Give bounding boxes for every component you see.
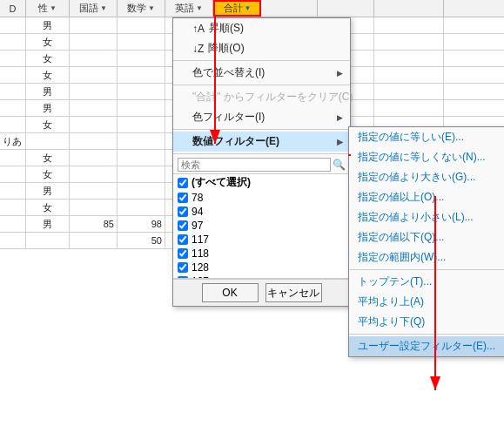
cell-D1 (0, 17, 26, 33)
number-filter-label: 数値フィルター(E) (192, 134, 279, 149)
submenu-item-less[interactable]: 指定の値より小さい(L)... (349, 207, 504, 227)
check-item-128[interactable]: 128 (173, 261, 350, 274)
search-input[interactable] (178, 158, 331, 172)
check-all-label: (すべて選択) (192, 175, 251, 190)
clear-filter-label: "合計" からフィルターをクリア(C) (192, 90, 353, 105)
check-item-117[interactable]: 117 (173, 233, 350, 247)
col-header-G: 数学 ▼ (118, 0, 165, 17)
check-item-118[interactable]: 118 (173, 247, 350, 261)
cell-extra6 (374, 100, 444, 116)
cell-E4: 女 (26, 67, 70, 83)
cell-G4 (118, 67, 165, 83)
cell-G7 (118, 117, 165, 132)
submenu-item-gte[interactable]: 指定の値以上(O)... (349, 187, 504, 207)
check-97-label: 97 (192, 220, 203, 232)
cell-D7 (0, 117, 26, 132)
filter-arrow-E[interactable]: ▼ (50, 4, 57, 12)
submenu-item-lte[interactable]: 指定の値以下(Q)... (349, 227, 504, 247)
col-header-extra (374, 0, 444, 17)
check-item-97[interactable]: 97 (173, 219, 350, 233)
col-header-I: 合計 ▼ (213, 0, 261, 17)
cell-F1 (70, 17, 118, 33)
cell-G13: 98 (118, 216, 165, 232)
sort-desc-icon: ↓Z (192, 43, 204, 55)
check-94-checkbox[interactable] (178, 206, 188, 217)
cell-E8 (26, 133, 70, 149)
col-header-E: 性 ▼ (26, 0, 70, 17)
cell-F14 (70, 233, 118, 248)
check-78-checkbox[interactable] (178, 193, 188, 203)
cell-E1: 男 (26, 17, 70, 33)
cell-extra3 (374, 51, 444, 66)
cell-D12 (0, 200, 26, 215)
color-filter-item[interactable]: 色フィルター(I) (173, 107, 350, 127)
filter-arrow-H[interactable]: ▼ (196, 4, 203, 12)
check-118-label: 118 (192, 247, 209, 260)
cancel-button[interactable]: キャンセル (265, 283, 322, 302)
cell-F10 (70, 166, 118, 182)
check-item-78[interactable]: 78 (173, 191, 350, 205)
submenu-item-below-avg[interactable]: 平均より下(Q) (349, 312, 504, 332)
check-118-checkbox[interactable] (178, 248, 188, 259)
cell-E14 (26, 233, 70, 248)
filter-dropdown: ↑A 昇順(S) ↓Z 降順(O) 色で並べ替え(I) "合計" からフィルター… (172, 17, 351, 307)
cell-D10 (0, 166, 26, 182)
checklist: (すべて選択) 78 94 97 117 118 (173, 174, 350, 279)
cell-F9 (70, 150, 118, 166)
cell-F13: 85 (70, 216, 118, 232)
sort-asc-item[interactable]: ↑A 昇順(S) (173, 18, 350, 38)
submenu-item-top10[interactable]: トップテン(T)... (349, 272, 504, 292)
cell-G1 (118, 17, 165, 33)
submenu-separator-1 (349, 269, 504, 270)
cell-E9: 女 (26, 150, 70, 166)
check-128-checkbox[interactable] (178, 262, 188, 273)
cell-F6 (70, 100, 118, 116)
cell-F5 (70, 84, 118, 99)
submenu-item-above-avg[interactable]: 平均より上(A) (349, 292, 504, 312)
cell-F12 (70, 200, 118, 215)
submenu-item-not-equal[interactable]: 指定の値に等しくない(N)... (349, 147, 504, 167)
submenu-item-custom-filter[interactable]: ユーザー設定フィルター(E)... (349, 336, 504, 356)
sort-desc-label: 降順(O) (208, 41, 244, 56)
sort-color-item[interactable]: 色で並べ替え(I) (173, 63, 350, 83)
filter-arrow-F[interactable]: ▼ (100, 4, 107, 12)
cell-D4 (0, 67, 26, 83)
cell-E7: 女 (26, 117, 70, 132)
cell-F3 (70, 51, 118, 66)
menu-separator-2 (173, 85, 350, 85)
cell-F8 (70, 133, 118, 149)
cell-G10 (118, 166, 165, 182)
col-header-J (261, 0, 318, 17)
number-filter-submenu: 指定の値に等しい(E)... 指定の値に等しくない(N)... 指定の値より大き… (348, 126, 504, 357)
check-94-label: 94 (192, 206, 203, 218)
filter-arrow-G[interactable]: ▼ (148, 4, 155, 12)
cell-E6: 男 (26, 100, 70, 116)
check-item-94[interactable]: 94 (173, 205, 350, 219)
cell-G9 (118, 150, 165, 166)
check-78-label: 78 (192, 192, 203, 204)
cell-F2 (70, 34, 118, 50)
check-117-checkbox[interactable] (178, 234, 188, 245)
cell-D14 (0, 233, 26, 248)
col-header-D: D (0, 0, 26, 17)
filter-arrow-I[interactable]: ▼ (245, 4, 252, 12)
check-all-checkbox[interactable] (178, 178, 188, 188)
check-97-checkbox[interactable] (178, 220, 188, 231)
number-filter-item[interactable]: 数値フィルター(E) (173, 132, 350, 152)
ok-button[interactable]: OK (202, 283, 259, 302)
sort-desc-item[interactable]: ↓Z 降順(O) (173, 38, 350, 58)
check-item-all[interactable]: (すべて選択) (173, 174, 350, 191)
sort-asc-label: 昇順(S) (209, 21, 244, 36)
cell-G11 (118, 183, 165, 199)
submenu-item-equal[interactable]: 指定の値に等しい(E)... (349, 127, 504, 147)
column-headers: D 性 ▼ 国語 ▼ 数学 ▼ 英語 ▼ 合計 ▼ (0, 0, 504, 17)
cell-G12 (118, 200, 165, 215)
cell-G5 (118, 84, 165, 99)
submenu-item-greater[interactable]: 指定の値より大きい(G)... (349, 167, 504, 187)
submenu-item-between[interactable]: 指定の範囲内(W)... (349, 247, 504, 267)
menu-separator-3 (173, 129, 350, 130)
menu-separator-1 (173, 60, 350, 61)
cell-D13 (0, 216, 26, 232)
cell-E10: 女 (26, 166, 70, 182)
spreadsheet-grid: D 性 ▼ 国語 ▼ 数学 ▼ 英語 ▼ 合計 ▼ 男 178.12 女 (0, 0, 504, 440)
